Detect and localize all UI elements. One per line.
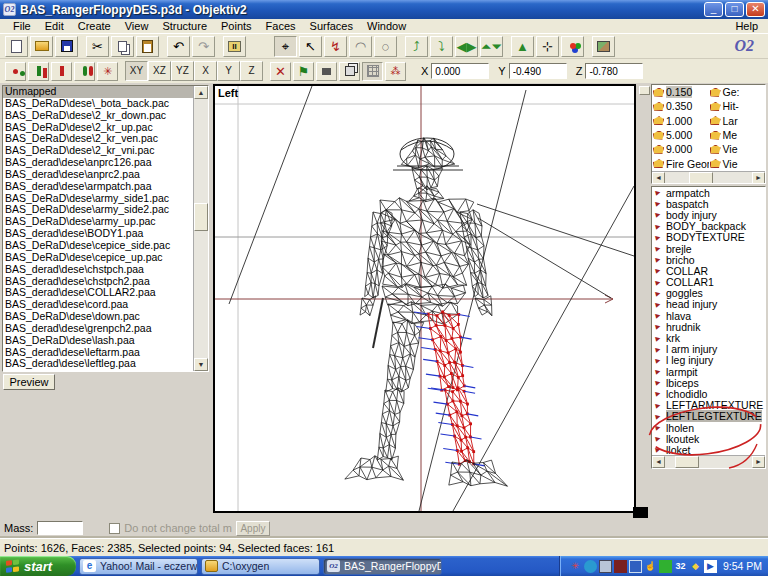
lasso-gray-button[interactable]: ◠	[349, 36, 372, 57]
tray-diamond-icon[interactable]: ◆	[689, 560, 702, 573]
title-bar[interactable]: O2 BAS_RangerFloppyDES.p3d - Objektiv2 _…	[0, 0, 768, 19]
selection-item[interactable]: ►lchodidlo	[652, 388, 765, 399]
lasso-select-button[interactable]: ↯	[324, 36, 347, 57]
plane-button[interactable]: X	[194, 61, 217, 81]
texture-list-item[interactable]: BAS_derad\dese\armpatch.paa	[3, 181, 193, 193]
lod-item[interactable]: Vie	[709, 142, 766, 156]
select-arrow-button[interactable]: ↖	[299, 36, 322, 57]
export-button[interactable]: ⤵	[430, 36, 453, 57]
wire-cube-button[interactable]	[339, 62, 360, 81]
menu-item-help[interactable]: Help	[729, 19, 764, 33]
save-button[interactable]	[55, 36, 78, 57]
plane-button[interactable]: XY	[125, 61, 148, 81]
hide-selection-button[interactable]: ✕	[270, 62, 291, 81]
selection-item[interactable]: ►lholen	[652, 422, 765, 433]
menu-item[interactable]: Faces	[259, 20, 303, 32]
scroll-track[interactable]	[194, 99, 208, 358]
scroll-thumb[interactable]	[689, 172, 713, 184]
scatter-mode-button[interactable]: ✳	[97, 62, 118, 81]
selection-item[interactable]: ►l leg injury	[652, 355, 765, 366]
apply-button[interactable]: Apply	[236, 521, 270, 536]
menu-item[interactable]: File	[6, 20, 38, 32]
points-mode-button[interactable]	[5, 62, 26, 81]
lod-item[interactable]: 0.350	[652, 99, 709, 113]
scroll-thumb[interactable]	[675, 456, 699, 468]
texture-list-item[interactable]: BAS_DeRaD\dese\2_kr_down.pac	[3, 110, 193, 122]
texture-scrollbar[interactable]: ▲ ▼	[193, 86, 208, 371]
scroll-track[interactable]	[665, 456, 752, 468]
mass-checkbox[interactable]	[109, 523, 120, 534]
tray-calendar-icon[interactable]	[614, 560, 627, 573]
texture-list-item[interactable]: BAS_derad\dese\grenpch2.paa	[3, 323, 193, 335]
lod-item[interactable]: 9.000	[652, 142, 709, 156]
taskbar-clock[interactable]: 9:54 PM	[723, 560, 762, 572]
tray-32bit-color-icon[interactable]: 32	[674, 560, 687, 573]
taskbar-task[interactable]: C:\oxygen	[201, 558, 320, 575]
tray-display-icon[interactable]	[629, 560, 642, 573]
selection-item[interactable]: ►LEFTLEGTEXTURE	[652, 411, 765, 422]
tray-globe-icon[interactable]	[584, 560, 597, 573]
scroll-thumb[interactable]	[194, 203, 208, 231]
pin-button[interactable]: ⊹	[536, 36, 559, 57]
maximize-button[interactable]: □	[725, 2, 744, 17]
objects-mode-button[interactable]	[74, 62, 95, 81]
texture-list-item[interactable]: BAS_DeRaD\dese\cepice_up.pac	[3, 252, 193, 264]
scroll-track[interactable]	[665, 172, 752, 184]
plane-button[interactable]: Y	[217, 61, 240, 81]
lod-item[interactable]: Me	[709, 128, 766, 142]
texture-button[interactable]	[592, 36, 615, 57]
lod-item[interactable]: Ge:	[709, 85, 766, 99]
taskbar-task[interactable]: BAS_RangerFloppyD...	[323, 558, 442, 575]
tray-media-player-icon[interactable]: ▶	[704, 560, 717, 573]
lod-item[interactable]: 0.150	[652, 85, 709, 99]
vertex-cloud-button[interactable]: ⁂	[385, 62, 406, 81]
lod-item[interactable]: Hit-	[709, 99, 766, 113]
mirror-h-button[interactable]: ⏶⏷	[480, 36, 503, 57]
coord-input[interactable]	[431, 63, 489, 79]
import-button[interactable]: ⤴	[405, 36, 428, 57]
scroll-right-button[interactable]: ►	[752, 172, 765, 184]
cut-button[interactable]: ✂	[86, 36, 109, 57]
flag-button[interactable]: ⚑	[293, 62, 314, 81]
selection-item[interactable]: ►hlava	[652, 310, 765, 321]
preview-button[interactable]: Preview	[3, 374, 55, 390]
menu-item[interactable]: View	[118, 20, 156, 32]
selection-item[interactable]: ►armpatch	[652, 187, 765, 198]
tray-monitor-icon[interactable]	[599, 560, 612, 573]
selection-item[interactable]: ►l arm injury	[652, 344, 765, 355]
selection-item[interactable]: ►lloket	[652, 444, 765, 455]
shade-button[interactable]	[316, 62, 337, 81]
magnifier-button[interactable]: ◌	[374, 36, 397, 57]
minimize-button[interactable]: _	[704, 2, 723, 17]
scroll-down-button[interactable]: ▼	[194, 358, 208, 371]
lod-item[interactable]: Lar	[709, 114, 766, 128]
coord-input[interactable]	[585, 63, 643, 79]
redo-button[interactable]: ↷	[192, 36, 215, 57]
menu-item[interactable]: Window	[360, 20, 413, 32]
3d-viewport[interactable]: Left	[213, 84, 636, 513]
scroll-left-button[interactable]: ◄	[652, 456, 665, 468]
mirror-v-button[interactable]: ◀▶	[455, 36, 478, 57]
selection-item[interactable]: ►LEFTARMTEXTURE	[652, 400, 765, 411]
scroll-up-button[interactable]: ▲	[194, 86, 208, 99]
texture-list-item[interactable]: BAS_DeRaD\dese\lash.paa	[3, 335, 193, 347]
selection-item[interactable]: ►head injury	[652, 299, 765, 310]
undo-button[interactable]: ↶	[167, 36, 190, 57]
lod-item[interactable]: Fire Geometry	[652, 156, 709, 170]
animation-button[interactable]: II	[223, 36, 246, 57]
coord-input[interactable]	[509, 63, 567, 79]
open-file-button[interactable]	[30, 36, 53, 57]
lod-item[interactable]: 5.000	[652, 128, 709, 142]
tray-green-square-icon[interactable]	[659, 560, 672, 573]
texture-list-item[interactable]: BAS_DeRaD\dese\_bota_back.pac	[3, 98, 193, 110]
selection-item[interactable]: ►hrudnik	[652, 321, 765, 332]
selection-item[interactable]: ►lkoutek	[652, 433, 765, 444]
start-button[interactable]: start	[0, 556, 76, 576]
menu-item[interactable]: Points	[214, 20, 259, 32]
scroll-left-button[interactable]: ◄	[652, 172, 665, 184]
selection-item[interactable]: ►goggles	[652, 288, 765, 299]
selection-item[interactable]: ►larmpit	[652, 366, 765, 377]
selection-item[interactable]: ►lbiceps	[652, 377, 765, 388]
paste-button[interactable]	[136, 36, 159, 57]
faces-mode-button[interactable]	[28, 62, 49, 81]
